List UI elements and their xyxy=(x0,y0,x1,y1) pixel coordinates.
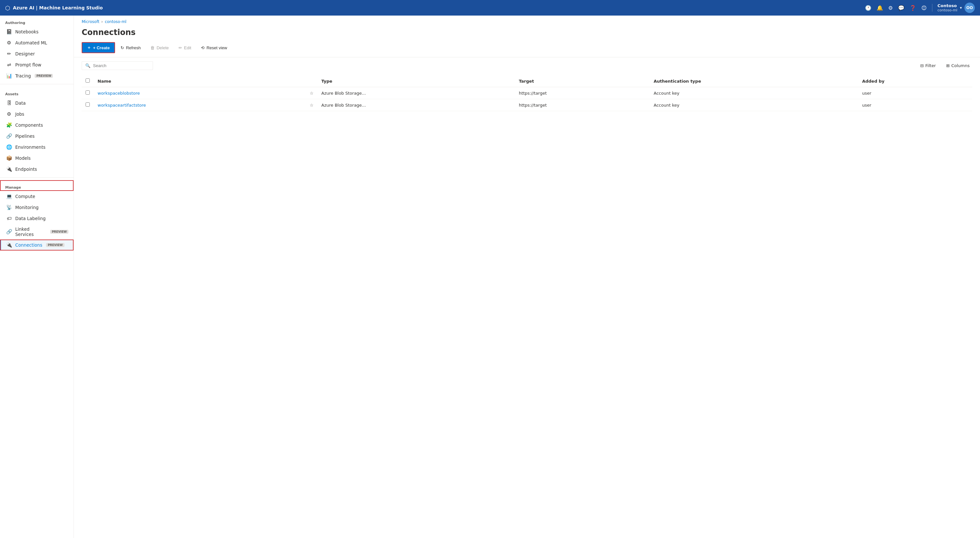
row-added-by: user xyxy=(858,87,972,99)
row-checkbox[interactable] xyxy=(86,91,90,95)
breadcrumb-parent[interactable]: Microsoft xyxy=(82,19,100,24)
breadcrumb-separator: › xyxy=(102,19,103,24)
search-filter-row: 🔍 ⊟ Filter ⊞ Columns xyxy=(82,61,972,70)
edit-button[interactable]: ✏ Edit xyxy=(174,43,196,53)
star-icon[interactable]: ☆ xyxy=(310,91,314,96)
models-icon: 📦 xyxy=(6,155,12,161)
sidebar-item-connections-label: Connections xyxy=(15,242,42,248)
sidebar-item-tracing[interactable]: 📊 Tracing PREVIEW xyxy=(0,70,73,81)
jobs-icon: ⚙ xyxy=(6,111,12,117)
delete-button-label: Delete xyxy=(156,45,169,50)
filter-button[interactable]: ⊟ Filter xyxy=(918,62,938,69)
sidebar-item-data-labeling[interactable]: 🏷 Data Labeling xyxy=(0,213,73,224)
environments-icon: 🌐 xyxy=(6,144,12,150)
star-icon[interactable]: ☆ xyxy=(310,103,314,108)
create-button[interactable]: ＋ + Create xyxy=(82,42,115,53)
sidebar-item-monitoring-label: Monitoring xyxy=(15,205,38,210)
sidebar-item-endpoints-label: Endpoints xyxy=(15,167,37,172)
search-input[interactable] xyxy=(93,63,150,68)
user-face-icon[interactable]: 😊 xyxy=(921,5,927,11)
row-name[interactable]: workspaceartifactstore xyxy=(94,99,306,111)
breadcrumb-current[interactable]: contoso-ml xyxy=(105,19,126,24)
plus-icon: ＋ xyxy=(87,45,91,51)
sidebar-item-connections[interactable]: 🔌 Connections PREVIEW xyxy=(0,239,73,250)
col-header-added-by: Added by xyxy=(858,75,972,87)
select-all-checkbox[interactable] xyxy=(86,78,90,83)
toolbar: ＋ + Create ↻ Refresh 🗑 Delete ✏ Edit ⟲ R… xyxy=(74,42,980,57)
sidebar-item-models[interactable]: 📦 Models xyxy=(0,153,73,164)
assets-section-label: Assets xyxy=(0,87,73,97)
row-target: https://target xyxy=(515,87,650,99)
sidebar-item-pipelines-label: Pipelines xyxy=(15,134,35,139)
sidebar-item-data-labeling-label: Data Labeling xyxy=(15,216,46,221)
notebooks-icon: 📓 xyxy=(6,29,12,35)
connections-preview-badge: PREVIEW xyxy=(46,243,64,247)
user-dropdown-icon[interactable]: ▾ xyxy=(960,5,962,10)
sidebar-item-components[interactable]: 🧩 Components xyxy=(0,119,73,131)
user-info[interactable]: Contoso contoso-ml ▾ OO xyxy=(937,3,975,13)
delete-button[interactable]: 🗑 Delete xyxy=(146,43,173,53)
section-divider-2 xyxy=(0,177,73,178)
table-body: workspaceblobstore ☆ Azure Blob Storage.… xyxy=(82,87,972,111)
page-title: Connections xyxy=(82,28,972,37)
sidebar-item-designer[interactable]: ✏ Designer xyxy=(0,48,73,59)
filter-label: Filter xyxy=(925,63,935,68)
edit-button-label: Edit xyxy=(184,45,191,50)
columns-button[interactable]: ⊞ Columns xyxy=(944,62,972,69)
sidebar-item-linked-services[interactable]: 🔗 Linked Services PREVIEW xyxy=(0,224,73,239)
sidebar-item-data[interactable]: 🗄 Data xyxy=(0,97,73,108)
top-nav: ⬡ Azure AI | Machine Learning Studio 🕐 🔔… xyxy=(0,0,980,16)
row-name[interactable]: workspaceblobstore xyxy=(94,87,306,99)
top-nav-left: ⬡ Azure AI | Machine Learning Studio xyxy=(5,5,103,11)
manage-section-label: Manage xyxy=(0,180,73,191)
history-icon[interactable]: 🕐 xyxy=(865,5,872,11)
sidebar-item-prompt-flow[interactable]: ⇌ Prompt flow xyxy=(0,59,73,70)
row-auth-type: Account key xyxy=(650,87,858,99)
authoring-section-label: Authoring xyxy=(0,16,73,26)
edit-icon: ✏ xyxy=(178,45,182,50)
sidebar-item-jobs[interactable]: ⚙ Jobs xyxy=(0,108,73,119)
linked-services-icon: 🔗 xyxy=(6,229,12,235)
sidebar-item-monitoring[interactable]: 📡 Monitoring xyxy=(0,202,73,213)
sidebar-item-designer-label: Designer xyxy=(15,51,35,56)
sidebar-item-jobs-label: Jobs xyxy=(15,111,24,117)
search-box[interactable]: 🔍 xyxy=(82,61,153,70)
sidebar-item-pipelines[interactable]: 🔗 Pipelines xyxy=(0,131,73,142)
col-header-name: Name xyxy=(94,75,306,87)
reset-view-button[interactable]: ⟲ Reset view xyxy=(197,43,231,53)
endpoints-icon: 🔌 xyxy=(6,166,12,172)
delete-icon: 🗑 xyxy=(150,45,154,50)
col-target-label: Target xyxy=(519,79,534,84)
search-icon: 🔍 xyxy=(85,63,91,68)
sidebar-item-environments[interactable]: 🌐 Environments xyxy=(0,142,73,153)
settings-icon[interactable]: ⚙ xyxy=(888,5,893,11)
main-layout: Authoring 📓 Notebooks ⚙ Automated ML ✏ D… xyxy=(0,16,980,538)
refresh-icon: ↻ xyxy=(121,45,124,50)
monitoring-icon: 📡 xyxy=(6,204,12,210)
sidebar-item-notebooks[interactable]: 📓 Notebooks xyxy=(0,26,73,37)
help-icon[interactable]: ❓ xyxy=(910,5,916,11)
sidebar-item-automated-ml[interactable]: ⚙ Automated ML xyxy=(0,37,73,48)
sidebar: Authoring 📓 Notebooks ⚙ Automated ML ✏ D… xyxy=(0,16,74,538)
create-button-label: + Create xyxy=(93,45,110,50)
table-row: workspaceartifactstore ☆ Azure Blob Stor… xyxy=(82,99,972,111)
row-checkbox[interactable] xyxy=(86,102,90,107)
linked-services-preview-badge: PREVIEW xyxy=(50,230,68,234)
bell-icon[interactable]: 🔔 xyxy=(877,5,883,11)
sidebar-item-compute[interactable]: 💻 Compute xyxy=(0,191,73,202)
chat-icon[interactable]: 💬 xyxy=(898,5,905,11)
filter-columns-area: ⊟ Filter ⊞ Columns xyxy=(918,62,972,69)
data-labeling-icon: 🏷 xyxy=(6,215,12,221)
compute-icon: 💻 xyxy=(6,194,12,199)
col-header-auth: Authentication type xyxy=(650,75,858,87)
user-avatar[interactable]: OO xyxy=(964,3,975,13)
azure-icon: ⬡ xyxy=(5,5,10,11)
row-type: Azure Blob Storage... xyxy=(317,87,515,99)
columns-label: Columns xyxy=(951,63,970,68)
data-icon: 🗄 xyxy=(6,100,12,106)
sidebar-item-endpoints[interactable]: 🔌 Endpoints xyxy=(0,164,73,175)
refresh-button[interactable]: ↻ Refresh xyxy=(116,43,145,53)
row-type: Azure Blob Storage... xyxy=(317,99,515,111)
table-row: workspaceblobstore ☆ Azure Blob Storage.… xyxy=(82,87,972,99)
reset-view-button-label: Reset view xyxy=(207,45,227,50)
